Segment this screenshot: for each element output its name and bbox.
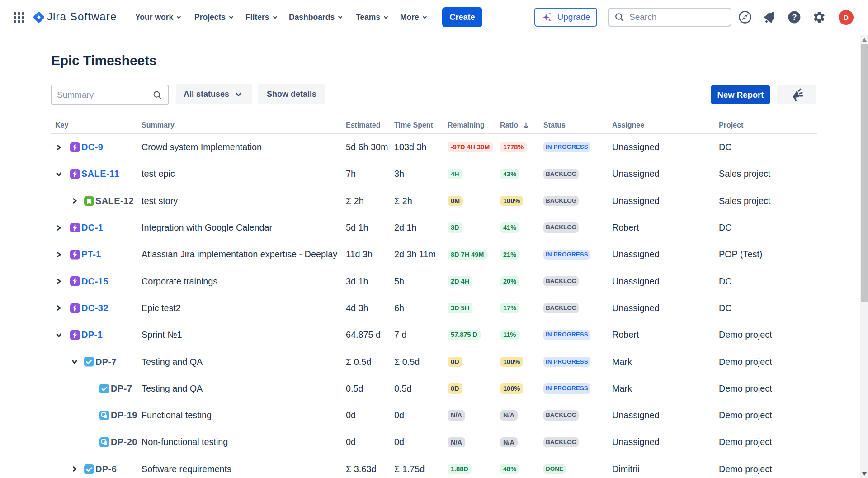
svg-text:?: ?: [792, 13, 797, 22]
